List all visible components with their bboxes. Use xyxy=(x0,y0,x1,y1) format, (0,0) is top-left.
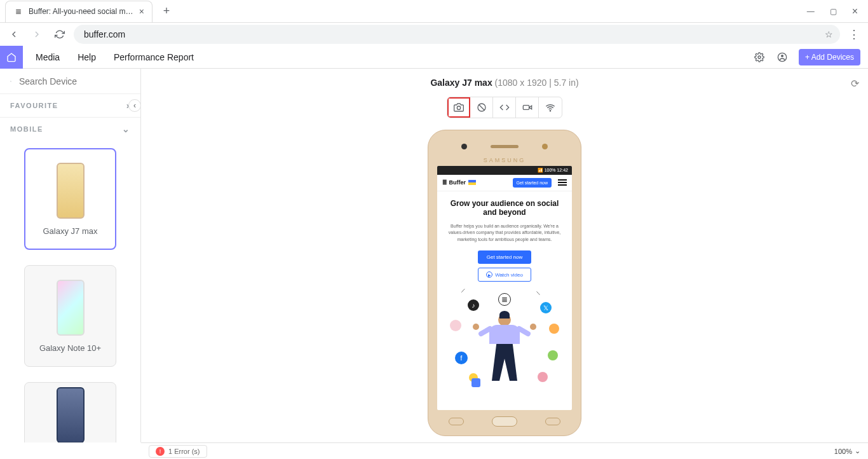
svg-point-0 xyxy=(758,56,761,58)
search-input[interactable] xyxy=(19,76,130,86)
brand-label: SAMSUNG xyxy=(484,157,526,163)
url-text: buffer.com xyxy=(84,29,822,39)
forward-icon[interactable] xyxy=(28,25,46,43)
browser-titlebar: ≣ Buffer: All-you-need social media... ×… xyxy=(0,0,868,23)
device-viewport: ⟳ Galaxy J7 max (1080 x 1920 | 5.7 in) S… xyxy=(141,69,868,442)
reload-icon[interactable] xyxy=(51,25,69,43)
svg-point-8 xyxy=(550,111,550,111)
zoom-value: 100% xyxy=(834,448,852,455)
play-icon: ▶ xyxy=(486,271,492,278)
menu-perf[interactable]: Performance Report xyxy=(114,52,194,62)
twitter-icon: 𝕏 xyxy=(540,302,552,313)
device-list: Galaxy J7 max Galaxy Note 10+ Galaxy Not… xyxy=(0,140,140,442)
svg-point-3 xyxy=(10,81,11,81)
zoom-control[interactable]: 100% ⌄ xyxy=(834,447,860,455)
subheadline: Buffer helps you build an audience organ… xyxy=(444,223,566,243)
cta-primary-button[interactable]: Get started now xyxy=(478,250,531,264)
device-toolbar xyxy=(447,97,562,118)
devtools-icon[interactable] xyxy=(493,97,516,118)
close-window-icon[interactable]: × xyxy=(852,6,858,17)
svg-rect-7 xyxy=(523,106,529,110)
tab-favicon: ≣ xyxy=(13,6,24,17)
device-thumb-icon xyxy=(57,163,85,219)
site-header: ≣ Buffer Get started now xyxy=(437,175,572,191)
device-card-j7[interactable]: Galaxy J7 max xyxy=(24,148,116,250)
person-illustration xyxy=(482,313,527,383)
phone-screen[interactable]: 📶 100% 12:42 ≣ Buffer Get started now Gr… xyxy=(437,166,572,411)
instagram-icon xyxy=(450,320,461,331)
sidebar: ‹ FAVOURITE › MOBILE ⌄ Galaxy J7 max Gal… xyxy=(0,69,141,442)
buffer-icon: ≣ xyxy=(498,293,511,306)
device-thumb-icon xyxy=(57,387,85,443)
linkedin-icon xyxy=(471,378,480,387)
section-favourite[interactable]: FAVOURITE › xyxy=(0,94,140,118)
app-menu: Media Help Performance Report xyxy=(23,52,207,62)
mobile-label: MOBILE xyxy=(10,125,43,133)
app-toolbar-right: + Add Devices xyxy=(753,49,868,65)
search-icon xyxy=(10,76,11,87)
browser-menu-icon[interactable]: ⋮ xyxy=(845,25,863,43)
status-text: 📶 100% 12:42 xyxy=(538,168,568,173)
add-devices-button[interactable]: + Add Devices xyxy=(799,49,860,65)
favourite-label: FAVOURITE xyxy=(10,102,58,109)
rotate-icon[interactable] xyxy=(470,97,493,118)
main-area: ‹ FAVOURITE › MOBILE ⌄ Galaxy J7 max Gal… xyxy=(0,69,868,442)
phone-statusbar: 📶 100% 12:42 xyxy=(437,166,572,175)
bookmark-star-icon[interactable]: ☆ xyxy=(822,29,835,39)
buffer-logo[interactable]: ≣ Buffer xyxy=(442,179,466,186)
minimize-icon[interactable]: — xyxy=(807,7,815,16)
headline: Grow your audience on social and beyond xyxy=(444,199,566,217)
flag-icon xyxy=(468,180,476,185)
svg-point-2 xyxy=(781,55,783,57)
tiktok-icon: ♪ xyxy=(468,299,479,311)
sensor-icon xyxy=(461,144,467,149)
phone-top xyxy=(435,137,574,157)
svg-point-4 xyxy=(457,106,460,109)
green-dot-icon xyxy=(548,350,558,360)
browser-tab[interactable]: ≣ Buffer: All-you-need social media... × xyxy=(5,1,153,22)
chevron-down-icon: ⌄ xyxy=(855,447,860,455)
error-pill[interactable]: ! 1 Error (s) xyxy=(149,445,207,458)
facebook-icon: f xyxy=(455,352,468,364)
recent-key-icon[interactable] xyxy=(449,418,464,425)
front-camera-icon xyxy=(542,144,548,149)
device-thumb-icon xyxy=(57,280,85,336)
back-key-icon[interactable] xyxy=(545,418,560,425)
home-key-icon[interactable] xyxy=(492,416,517,427)
section-mobile[interactable]: MOBILE ⌄ xyxy=(0,118,140,140)
refresh-icon[interactable]: ⟳ xyxy=(851,78,859,90)
spark-icon: ⟍ xyxy=(535,289,541,296)
phone-frame: SAMSUNG 📶 100% 12:42 ≣ Buffer Get starte… xyxy=(428,130,581,436)
site-content: Grow your audience on social and beyond … xyxy=(437,191,572,411)
speaker-icon xyxy=(491,145,519,148)
omnibox[interactable]: buffer.com ☆ xyxy=(74,25,840,44)
home-icon[interactable] xyxy=(0,46,23,69)
wifi-icon[interactable] xyxy=(539,97,562,118)
menu-media[interactable]: Media xyxy=(36,52,60,62)
new-tab-button[interactable]: + xyxy=(158,3,175,20)
collapse-sidebar-icon[interactable]: ‹ xyxy=(128,99,141,112)
hero-illustration: ⟋ ⟍ ≣ ♪ 𝕏 f xyxy=(444,288,566,383)
cta-secondary-label: Watch video xyxy=(495,272,523,278)
account-icon[interactable] xyxy=(776,51,789,64)
spark-icon: ⟋ xyxy=(460,287,466,294)
menu-help[interactable]: Help xyxy=(78,52,96,62)
address-bar: buffer.com ☆ ⋮ xyxy=(0,23,868,46)
back-icon[interactable] xyxy=(5,25,23,43)
error-icon: ! xyxy=(156,447,165,456)
video-icon[interactable] xyxy=(516,97,539,118)
svg-line-6 xyxy=(478,104,484,110)
cta-secondary-button[interactable]: ▶Watch video xyxy=(478,268,531,282)
close-icon[interactable]: × xyxy=(139,6,144,17)
device-card-note9[interactable]: Galaxy Note 9 xyxy=(24,382,116,442)
hamburger-icon[interactable] xyxy=(558,179,567,186)
app-toolbar: Media Help Performance Report + Add Devi… xyxy=(0,46,868,69)
device-card-note10[interactable]: Galaxy Note 10+ xyxy=(24,265,116,367)
device-label: Galaxy J7 max xyxy=(43,226,98,236)
gear-icon[interactable] xyxy=(753,51,766,64)
maximize-icon[interactable]: ▢ xyxy=(830,7,837,16)
header-cta-button[interactable]: Get started now xyxy=(513,178,552,188)
screenshot-icon[interactable] xyxy=(447,97,470,118)
device-label: Galaxy Note 10+ xyxy=(39,343,101,353)
soft-keys xyxy=(435,414,574,429)
